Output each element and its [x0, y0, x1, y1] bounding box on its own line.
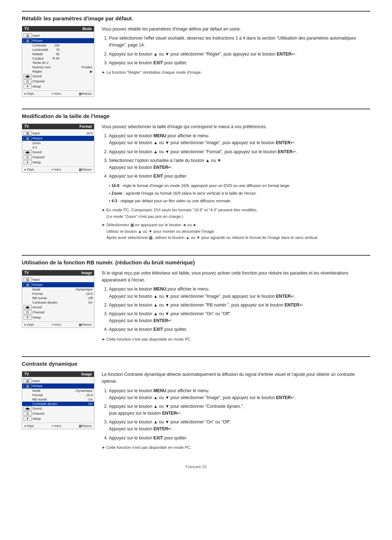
tv-icon: ⊡	[24, 411, 32, 416]
tv-row-label: Sound	[32, 407, 93, 410]
tv-icon: ▤	[24, 136, 32, 141]
tv-panel-header: TVFormat	[22, 124, 94, 129]
tv-panel-row: ▤Picture	[22, 38, 94, 43]
steps-list: Pour sélectionner l'effet visuel souhait…	[109, 35, 370, 66]
tv-panel-body: ▤Input▤PictureMode: DynamiqueFormat: 16:…	[22, 276, 94, 321]
tv-subrow: Contraste dynam.On	[22, 300, 94, 305]
tv-panel-row: ✦Setup	[22, 160, 94, 165]
steps-list: Appuyez sur le bouton MENU pour afficher…	[109, 133, 370, 180]
tv-subrow: Mode: Dynamique	[22, 287, 94, 292]
section-title: Rétablir les paramètres d'image par défa…	[22, 15, 370, 21]
tv-panel-row: ⊡Channel	[22, 155, 94, 160]
tv-row-value: 16:9	[74, 131, 93, 135]
tv-panel-row: ⊡Channel	[22, 79, 94, 84]
tv-icon: ◀▶	[24, 406, 32, 411]
tv-subrow: Mode: Dynamique	[22, 389, 94, 393]
section-content: TVMode▤Input▤PictureContraste100Luminosi…	[22, 26, 370, 97]
tv-row-label: Channel	[32, 80, 93, 83]
step-item: Appuyez sur le bouton EXIT pour quitter.	[109, 435, 370, 442]
tv-icon: ◀▶	[24, 150, 32, 154]
note: Cette fonction n'est pas disponible en m…	[102, 444, 370, 451]
tv-panel-body: ▤Input▤PictureContraste100Luminosité75Ne…	[22, 32, 94, 90]
tv-subrow: RB numér.: On	[22, 397, 94, 402]
tv-subrow: Contraste100	[22, 43, 94, 48]
tv-panel-row: ✦Setup	[22, 315, 94, 320]
tv-icon: ◀▶	[24, 305, 32, 309]
step-item: Appuyez sur le bouton ▲ ou ▼ pour sélect…	[109, 302, 370, 309]
section-instructions: Si le signal reçu par votre téléviseur e…	[102, 270, 370, 345]
steps-list: Appuyez sur le bouton MENU pour afficher…	[109, 387, 370, 442]
tv-subrow: Format: 16:9	[22, 292, 94, 296]
tv-subrow: Netteté55	[22, 52, 94, 56]
section-title: Utilisation de la fonction RB numér. (ré…	[22, 259, 370, 265]
page-footer: Français-15	[22, 464, 370, 469]
tv-row-label: Input	[32, 34, 93, 37]
tv-icon: ⊡	[24, 310, 32, 314]
section-intro: Vous pouvez rétablir les paramètres d'im…	[102, 26, 370, 33]
section-content: TVImage▤Input▤PictureMode: DynamiqueForm…	[22, 270, 370, 345]
tv-panel-footer: ♦ Dépl.↵Intro.▦Retour	[22, 321, 94, 328]
tv-icon: ✦	[24, 160, 32, 165]
tv-subrow: Luminosité75	[22, 48, 94, 52]
tv-icon: ▤	[24, 277, 32, 282]
bullet-item: • 4:3 : réglage par défaut pour un film …	[109, 198, 370, 204]
tv-icon: ▤	[24, 384, 32, 388]
step-item: Appuyez sur le bouton MENU pour afficher…	[109, 387, 370, 401]
section-intro: Vous pouvez sélectionner la taille d'ima…	[102, 123, 370, 130]
app: Rétablir les paramètres d'image par défa…	[22, 11, 370, 469]
section-section2: Modification de la taille de l'imageTVFo…	[22, 109, 370, 243]
tv-panel: TVImage▤Input▤PictureMode: DynamiqueForm…	[22, 270, 94, 328]
step-item: Appuyez sur le bouton ▲ ou ▼ pour sélect…	[109, 310, 370, 324]
tv-subrow: Régler.▶	[22, 69, 94, 74]
tv-panel-row: ▤Picture	[22, 136, 94, 141]
tv-subrow: Format: 16:9	[22, 393, 94, 397]
tv-panel-footer: ♦ Dépl.↵Intro.▦Retour	[22, 166, 94, 172]
steps-list: Appuyez sur le bouton MENU pour afficher…	[109, 286, 370, 333]
step-item: Appuyez sur le bouton ▲ ou ▼ pour sélect…	[109, 403, 370, 417]
step-item: Appuyez sur le bouton EXIT pour quitter.	[109, 60, 370, 66]
section-instructions: Vous pouvez rétablir les paramètres d'im…	[102, 26, 370, 78]
step-item: Sélectionnez l'option souhaitée à l'aide…	[109, 157, 370, 171]
tv-panel-row: ◀▶Sound	[22, 406, 94, 411]
tv-row-label: Picture	[32, 283, 93, 287]
section-instructions: Vous pouvez sélectionner la taille d'ima…	[102, 123, 370, 243]
tv-panel-row: ⊡Channel	[22, 310, 94, 315]
note: Sélectionnez ▦ en appuyant sur le bouton…	[102, 222, 370, 241]
tv-panel: TVFormat▤Input16:9▤PictureZoom4:3◀▶Sound…	[22, 123, 94, 173]
tv-panel-row: ◀▶Sound	[22, 305, 94, 310]
tv-icon: ▤	[24, 38, 32, 43]
tv-icon: ▤	[24, 283, 32, 287]
tv-row-label: Setup	[32, 161, 93, 164]
tv-panel: TVMode▤Input▤PictureContraste100Luminosi…	[22, 26, 94, 97]
tv-subrow: Contraste dynam.On	[22, 402, 94, 406]
tv-subrow: RB numér.: Off	[22, 296, 94, 300]
tv-panel-body: ▤Input▤PictureMode: DynamiqueFormat: 16:…	[22, 377, 94, 423]
tv-row-label: Channel	[32, 155, 93, 159]
tv-row-label: Sound	[32, 150, 93, 154]
step-item: Appuyez sur le bouton MENU pour afficher…	[109, 133, 370, 146]
section-instructions: La fonction Contraste dynamique détecte …	[102, 371, 370, 453]
tv-panel-row: ▤Picture	[22, 282, 94, 287]
section-section4: Contraste dynamiqueTVImage▤Input▤Picture…	[22, 356, 370, 453]
tv-icon: ◀▶	[24, 74, 32, 78]
note: La fonction "Régler" réinitialise chaque…	[102, 69, 370, 76]
section-section1: Rétablir les paramètres d'image par défa…	[22, 11, 370, 97]
bullet-item: • 16:9 : règle le format d'image en mode…	[109, 183, 370, 189]
tv-row-label: Input	[32, 278, 93, 281]
tv-panel-header: TVImage	[22, 371, 94, 377]
tv-row-label: Sound	[32, 74, 93, 78]
tv-panel-row: ◀▶Sound	[22, 74, 94, 79]
tv-row-label: Sound	[32, 305, 93, 309]
tv-subrow: CouleurR 50	[22, 56, 94, 61]
tv-panel-row: ⊡Channel	[22, 411, 94, 416]
tv-panel-row: ▤Input16:9	[22, 131, 94, 136]
section-intro: Si le signal reçu par votre téléviseur e…	[102, 270, 370, 284]
tv-panel-row: ▤Picture	[22, 383, 94, 389]
tv-icon: ✦	[24, 84, 32, 89]
step-item: Appuyez sur le bouton ▲ ou ▼ pour sélect…	[109, 419, 370, 433]
tv-icon: ▤	[24, 131, 32, 135]
tv-icon: ▤	[24, 379, 32, 383]
tv-row-label: Channel	[32, 310, 93, 314]
note: En mode PC, Composant, DVI seuls les for…	[102, 207, 370, 220]
tv-panel-row: ✦Setup	[22, 416, 94, 421]
